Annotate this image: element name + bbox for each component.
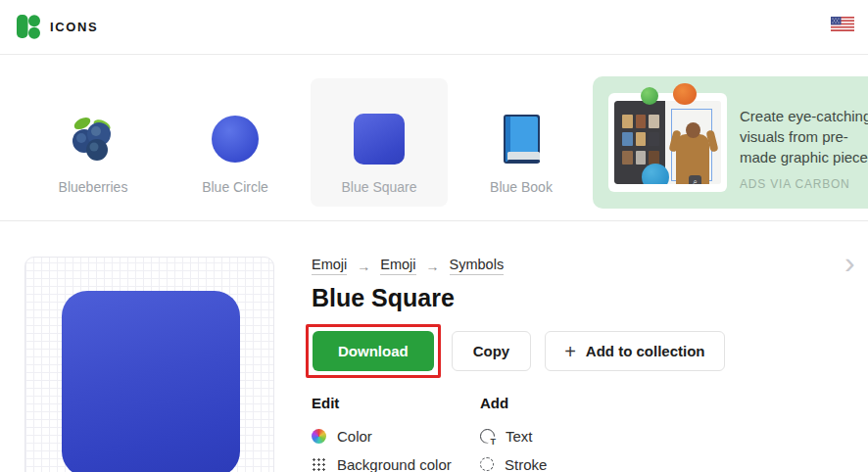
blue-square-icon: [354, 114, 405, 165]
text-icon: T: [480, 429, 495, 444]
add-to-collection-button[interactable]: + Add to collection: [545, 331, 724, 371]
plus-icon: +: [564, 342, 576, 361]
blueberries-icon: [65, 113, 121, 165]
breadcrumb-link-emoji-2[interactable]: Emoji: [380, 257, 415, 275]
ad-text[interactable]: Create eye-catching visuals from pre-mad…: [740, 106, 868, 167]
background-color-icon: [312, 457, 326, 472]
ad-disclaimer[interactable]: ADS VIA CARBON: [740, 177, 850, 191]
ad-zoom-badge: ⌕: [689, 175, 701, 184]
edit-color-option[interactable]: Color: [312, 425, 452, 447]
add-section: Add T Text Stroke: [480, 395, 547, 472]
blue-book-icon: [497, 112, 546, 166]
carousel-item-label: Blue Square: [341, 179, 416, 195]
download-button[interactable]: Download: [313, 331, 434, 371]
action-buttons-row: Download Copy + Add to collection: [306, 324, 725, 378]
icons8-logo-icon: [16, 14, 41, 39]
add-section-title: Add: [480, 395, 547, 411]
logo-label: ICONS: [50, 20, 98, 34]
icons8-logo[interactable]: ICONS: [16, 14, 98, 39]
breadcrumb: Emoji → Emoji → Symbols: [312, 257, 504, 275]
copy-button[interactable]: Copy: [452, 331, 532, 371]
related-icons-carousel: Blueberries Blue Circle Blue Square: [0, 55, 868, 221]
blue-square-preview: [62, 291, 240, 472]
stroke-icon: [480, 457, 494, 471]
ad-basketball: [673, 83, 697, 105]
page: ICONS: [0, 0, 868, 472]
language-flag-icon[interactable]: [831, 17, 854, 31]
breadcrumb-arrow-icon: →: [357, 259, 370, 274]
carousel-item-blue-circle[interactable]: Blue Circle: [167, 78, 304, 207]
carousel-item-blue-book[interactable]: Blue Book: [453, 78, 590, 207]
edit-background-color-label: Background color: [337, 456, 452, 472]
carbon-ad-banner[interactable]: ⌕ Create eye-catching visuals from pre-m…: [593, 76, 868, 209]
carousel-next-arrow[interactable]: ›: [844, 247, 855, 278]
edit-background-color-option[interactable]: Background color: [312, 453, 452, 472]
blue-circle-icon: [212, 116, 259, 163]
ad-screenshot: ⌕: [614, 101, 721, 184]
ad-blue-ball: [642, 164, 669, 184]
color-wheel-icon: [312, 429, 326, 444]
carousel-item-blue-square[interactable]: Blue Square: [311, 78, 448, 207]
breadcrumb-link-symbols[interactable]: Symbols: [450, 257, 505, 275]
breadcrumb-arrow-icon: →: [426, 259, 440, 274]
annotation-highlight-box: Download: [306, 324, 441, 378]
add-to-collection-label: Add to collection: [586, 343, 705, 359]
carousel-item-blueberries[interactable]: Blueberries: [24, 78, 162, 207]
ad-green-ball: [641, 87, 658, 105]
breadcrumb-link-emoji[interactable]: Emoji: [312, 257, 347, 275]
add-text-label: Text: [506, 428, 533, 445]
icon-preview-canvas: [24, 257, 274, 472]
edit-section: Edit Color Background color: [312, 395, 452, 472]
carousel-item-label: Blue Circle: [202, 179, 268, 195]
edit-section-title: Edit: [312, 395, 452, 411]
page-title: Blue Square: [312, 284, 455, 312]
top-header: ICONS: [0, 0, 868, 55]
add-stroke-option[interactable]: Stroke: [480, 453, 547, 472]
ad-image[interactable]: ⌕: [608, 93, 727, 192]
add-text-option[interactable]: T Text: [480, 425, 547, 447]
add-stroke-label: Stroke: [505, 456, 547, 472]
carousel-item-label: Blueberries: [59, 179, 128, 195]
edit-color-label: Color: [337, 428, 372, 445]
carousel-item-label: Blue Book: [490, 179, 553, 195]
